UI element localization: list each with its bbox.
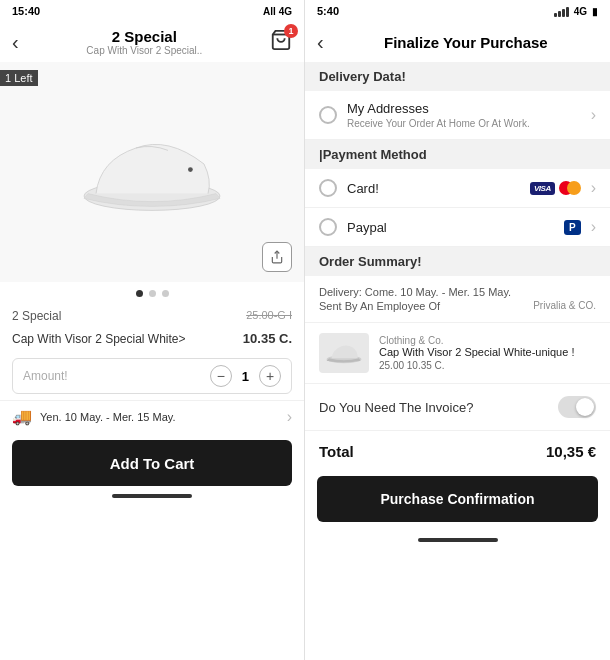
addresses-radio[interactable]	[319, 106, 337, 124]
visa-icon: VISA	[530, 182, 555, 195]
toggle-knob	[576, 398, 594, 416]
network-right: 4G	[574, 6, 587, 17]
paypal-chevron: ›	[591, 218, 596, 236]
my-addresses-row[interactable]: My Addresses Receive Your Order At Home …	[305, 91, 610, 140]
paypal-label: Paypal	[347, 220, 554, 235]
product-original-price: 25.00-G I	[246, 309, 292, 321]
left-panel: 15:40 All 4G ‹ 2 Special Cap With Visor …	[0, 0, 305, 660]
addresses-sublabel: Receive Your Order At Home Or At Work.	[347, 118, 581, 129]
sent-by-text: Sent By An Employee Of	[319, 300, 440, 312]
time-left: 15:40	[12, 5, 40, 17]
delivery-text: Yen. 10 May. - Mer. 15 May.	[40, 411, 176, 423]
status-bar-right: 5:40 4G ▮	[305, 0, 610, 22]
invoice-toggle[interactable]	[558, 396, 596, 418]
order-item-details: Clothing & Co. Cap With Visor 2 Special …	[379, 335, 596, 371]
cart-badge: 1	[284, 24, 298, 38]
product-full-name: Cap With Visor 2 Special White>	[12, 332, 186, 346]
signal-bar-3	[562, 9, 565, 17]
svg-point-2	[188, 167, 193, 172]
card-label: Card!	[347, 181, 520, 196]
nav-bar-left: ‹ 2 Special Cap With Visor 2 Special.. 1	[0, 22, 304, 62]
order-item-prices: 25.00 10.35 C.	[379, 360, 596, 371]
status-bar-left: 15:40 All 4G	[0, 0, 304, 22]
quantity-controls: − 1 +	[210, 365, 281, 387]
nav-title-left: 2 Special	[19, 28, 270, 45]
addresses-label: My Addresses	[347, 101, 581, 116]
order-item-image	[319, 333, 369, 373]
qty-decrease-button[interactable]: −	[210, 365, 232, 387]
signal-bar-2	[558, 11, 561, 17]
invoice-row: Do You Need The Invoice?	[305, 384, 610, 431]
paypal-icon: P	[564, 220, 581, 235]
product-info: 2 Special 25.00-G I	[0, 301, 304, 331]
mc-circle-right	[567, 181, 581, 195]
cart-icon-wrapper[interactable]: 1	[270, 29, 292, 55]
home-indicator-right	[418, 538, 498, 542]
nav-subtitle-left: Cap With Visor 2 Special..	[19, 45, 270, 56]
product-image-area	[0, 62, 304, 282]
signal-bars	[554, 5, 569, 17]
delivery-row: 🚚 Yen. 10 May. - Mer. 15 May. ›	[0, 400, 304, 432]
qty-value: 1	[242, 369, 249, 384]
total-label: Total	[319, 443, 354, 460]
purchase-confirmation-button[interactable]: Purchase Confirmation	[317, 476, 598, 522]
signal-bar-4	[566, 7, 569, 17]
back-icon-right[interactable]: ‹	[317, 31, 324, 54]
mastercard-icon	[559, 181, 581, 195]
home-indicator-left	[112, 494, 192, 498]
right-panel: 5:40 4G ▮ ‹ Finalize Your Purchase Deliv…	[305, 0, 610, 660]
truck-icon: 🚚	[12, 407, 32, 426]
bottom-bar-left	[0, 486, 304, 506]
card-row[interactable]: Card! VISA ›	[305, 169, 610, 208]
card-content: Card!	[347, 181, 520, 196]
paypal-radio[interactable]	[319, 218, 337, 236]
nav-title-right: Finalize Your Purchase	[334, 34, 598, 51]
order-item-name: Cap With Visor 2 Special White-unique !	[379, 346, 596, 358]
dot-1[interactable]	[136, 290, 143, 297]
back-icon-left[interactable]: ‹	[12, 31, 19, 54]
signal-bar-1	[554, 13, 557, 17]
product-short-name: 2 Special	[12, 309, 61, 323]
order-summary-header: Order Summary!	[305, 247, 610, 276]
order-summary-content: Delivery: Come. 10 May. - Mer. 15 May. S…	[305, 276, 610, 323]
order-delivery-dates: Delivery: Come. 10 May. - Mer. 15 May.	[319, 286, 596, 298]
share-button[interactable]	[262, 242, 292, 272]
dot-3[interactable]	[162, 290, 169, 297]
bottom-bar-right	[305, 530, 610, 550]
privalia-text: Privalia & CO.	[533, 300, 596, 312]
order-item-row: Clothing & Co. Cap With Visor 2 Special …	[305, 323, 610, 384]
product-image-hat	[72, 112, 232, 232]
addresses-chevron: ›	[591, 106, 596, 124]
time-right: 5:40	[317, 5, 339, 17]
delivery-chevron: ›	[287, 408, 292, 426]
dot-2[interactable]	[149, 290, 156, 297]
left-label: 1 Left	[0, 70, 38, 86]
paypal-row[interactable]: Paypal P ›	[305, 208, 610, 247]
image-dots	[0, 282, 304, 301]
addresses-content: My Addresses Receive Your Order At Home …	[347, 101, 581, 129]
total-row: Total 10,35 €	[305, 431, 610, 472]
card-chevron: ›	[591, 179, 596, 197]
delivery-data-header: Delivery Data!	[305, 62, 610, 91]
invoice-label: Do You Need The Invoice?	[319, 400, 473, 415]
amount-row: Amount! − 1 +	[12, 358, 292, 394]
order-item-brand: Clothing & Co.	[379, 335, 596, 346]
payment-method-header: |Payment Method	[305, 140, 610, 169]
nav-bar-right: ‹ Finalize Your Purchase	[305, 22, 610, 62]
card-payment-icons: VISA	[530, 181, 581, 195]
card-radio[interactable]	[319, 179, 337, 197]
add-to-cart-button[interactable]: Add To Cart	[12, 440, 292, 486]
product-sale-price: 10.35 C.	[243, 331, 292, 346]
total-value: 10,35 €	[546, 443, 596, 460]
share-icon	[270, 250, 284, 264]
paypal-content: Paypal	[347, 220, 554, 235]
network-left: All 4G	[263, 6, 292, 17]
qty-increase-button[interactable]: +	[259, 365, 281, 387]
order-item-hat-icon	[324, 338, 364, 368]
battery-right: ▮	[592, 6, 598, 17]
amount-label: Amount!	[23, 369, 210, 383]
